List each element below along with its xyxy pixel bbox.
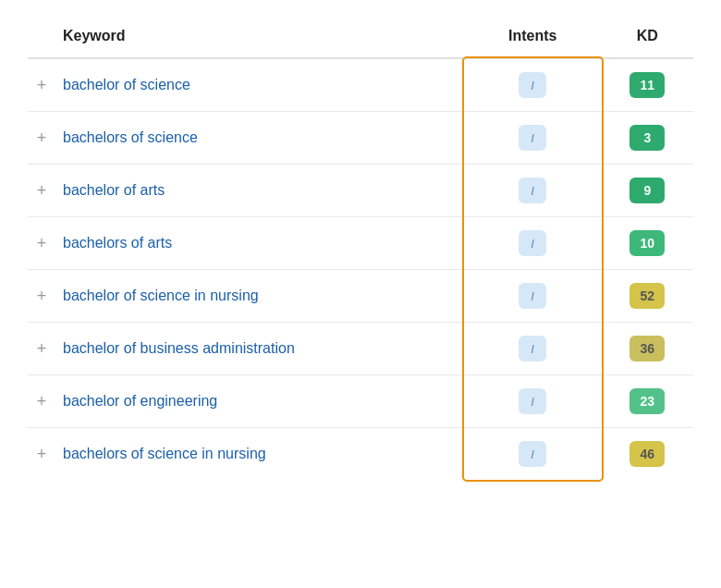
- kd-cell: 10: [602, 217, 693, 270]
- kd-cell: 3: [602, 112, 693, 165]
- kd-cell: 9: [602, 165, 693, 217]
- col-header-intents: Intents: [464, 18, 602, 58]
- add-button[interactable]: +: [28, 217, 55, 270]
- kd-badge: 46: [629, 441, 665, 467]
- kd-cell: 23: [602, 375, 693, 428]
- add-button[interactable]: +: [28, 323, 55, 375]
- keyword-cell[interactable]: bachelors of science in nursing: [55, 428, 464, 481]
- intent-cell: I: [464, 112, 602, 165]
- intent-badge: I: [519, 336, 546, 361]
- table-row: + bachelors of arts I 10: [28, 217, 693, 270]
- keyword-cell[interactable]: bachelors of science: [55, 112, 464, 165]
- col-header-plus: [28, 18, 55, 58]
- intent-badge: I: [519, 283, 546, 309]
- kd-badge: 9: [629, 178, 665, 203]
- kd-badge: 10: [629, 230, 665, 256]
- keyword-cell[interactable]: bachelor of engineering: [55, 375, 464, 428]
- intent-cell: I: [464, 270, 602, 323]
- table-row: + bachelor of engineering I 23: [28, 375, 693, 428]
- keyword-cell[interactable]: bachelor of science: [55, 58, 464, 112]
- table-row: + bachelors of science I 3: [28, 112, 693, 165]
- intent-badge: I: [519, 125, 546, 151]
- col-header-kd: KD: [602, 18, 693, 58]
- intent-badge: I: [519, 441, 546, 467]
- intent-badge: I: [519, 72, 546, 98]
- kd-badge: 3: [629, 125, 665, 151]
- keyword-table: Keyword Intents KD + bachelor of science…: [28, 18, 693, 480]
- add-button[interactable]: +: [28, 428, 55, 481]
- add-button[interactable]: +: [28, 375, 55, 428]
- kd-cell: 36: [602, 323, 693, 375]
- table-row: + bachelors of science in nursing I 46: [28, 428, 693, 481]
- table-row: + bachelor of business administration I …: [28, 323, 693, 375]
- intent-badge: I: [519, 178, 546, 203]
- intent-badge: I: [519, 230, 546, 256]
- col-header-keyword: Keyword: [55, 18, 464, 58]
- intent-cell: I: [464, 217, 602, 270]
- kd-badge: 23: [629, 388, 665, 414]
- add-button[interactable]: +: [28, 270, 55, 323]
- intent-badge: I: [519, 388, 546, 414]
- keyword-cell[interactable]: bachelor of arts: [55, 165, 464, 217]
- add-button[interactable]: +: [28, 58, 55, 112]
- keyword-cell[interactable]: bachelor of science in nursing: [55, 270, 464, 323]
- add-button[interactable]: +: [28, 165, 55, 217]
- kd-cell: 11: [602, 58, 693, 112]
- kd-badge: 52: [629, 283, 665, 309]
- intent-cell: I: [464, 323, 602, 375]
- kd-badge: 36: [629, 336, 665, 361]
- table-row: + bachelor of science in nursing I 52: [28, 270, 693, 323]
- table-container: Keyword Intents KD + bachelor of science…: [28, 18, 693, 480]
- keyword-cell[interactable]: bachelor of business administration: [55, 323, 464, 375]
- add-button[interactable]: +: [28, 112, 55, 165]
- intent-cell: I: [464, 165, 602, 217]
- table-row: + bachelor of arts I 9: [28, 165, 693, 217]
- table-row: + bachelor of science I 11: [28, 58, 693, 112]
- kd-cell: 46: [602, 428, 693, 481]
- intent-cell: I: [464, 58, 602, 112]
- keyword-cell[interactable]: bachelors of arts: [55, 217, 464, 270]
- kd-cell: 52: [602, 270, 693, 323]
- intent-cell: I: [464, 428, 602, 481]
- intent-cell: I: [464, 375, 602, 428]
- kd-badge: 11: [629, 72, 665, 98]
